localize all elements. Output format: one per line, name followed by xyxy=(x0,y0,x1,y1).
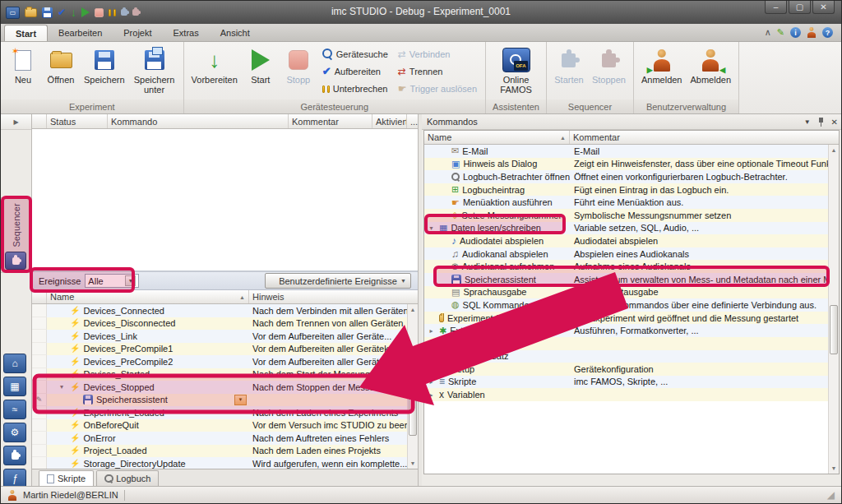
tab-projekt[interactable]: Projekt xyxy=(113,25,162,41)
command-row[interactable]: SpeicherassistentAssisten zum verwalten … xyxy=(424,273,828,286)
events-scrollbar[interactable]: ▲ ▼ xyxy=(407,304,418,469)
start-button[interactable]: Start xyxy=(242,44,280,99)
column-status[interactable]: Status xyxy=(47,114,108,128)
command-row[interactable]: ▸≡Skripteimc FAMOS, Skripte, ... xyxy=(424,376,828,389)
tab-logbuch[interactable]: Logbuch xyxy=(96,470,159,486)
open-button[interactable]: Öffnen xyxy=(42,44,80,99)
column-cmd-name[interactable]: Name▲ xyxy=(424,131,570,144)
interrupt-button[interactable]: Unterbrechen xyxy=(320,81,391,97)
expand-toggle-icon[interactable]: ▾ xyxy=(427,224,436,232)
sequencer-stop-quick-button[interactable] xyxy=(132,9,139,16)
sidebar-tab-sequencer[interactable]: Sequencer xyxy=(1,197,31,273)
column-kommentar[interactable]: Kommentar xyxy=(289,114,372,128)
expand-toggle-icon[interactable]: ▸ xyxy=(427,340,436,347)
event-row[interactable]: ▾⚡Devices_StoppedNach dem Stoppen der Me… xyxy=(32,381,418,394)
commands-scrollbar[interactable]: ▲ ▼ xyxy=(828,145,839,474)
column-cmd-kommentar[interactable]: Kommentar xyxy=(570,131,828,144)
close-button[interactable]: ✕ xyxy=(812,1,835,14)
event-row[interactable]: ⚡Devices_ConnectedNach dem Verbinden mit… xyxy=(32,304,418,317)
pause-quick-button[interactable] xyxy=(109,9,116,16)
command-row[interactable]: Experiment öffnen/Messung ...Ein Experim… xyxy=(424,312,828,325)
new-button[interactable]: Neu xyxy=(4,44,42,99)
command-row[interactable]: ☛Menüaktion ausführenFührt eine Menüakti… xyxy=(424,196,828,209)
event-row[interactable]: ⚡Experiment_LoadedNach dem Laden eines E… xyxy=(32,406,418,419)
event-row[interactable]: ⚡Devices_StartedNach dem Start der Messu… xyxy=(32,368,418,381)
command-row[interactable]: ⊞LogbucheintragFügt einen Eintrag in das… xyxy=(424,183,828,197)
process-button[interactable]: ✔ Aufbereiten xyxy=(320,63,391,79)
command-row[interactable]: ▤SprachausgabeVerbale Textausgabe xyxy=(424,286,828,299)
command-table-body[interactable] xyxy=(32,129,418,270)
tab-start[interactable]: Start xyxy=(4,25,48,41)
command-row[interactable]: ▸xVariablen xyxy=(424,388,828,401)
event-row[interactable]: ⚡Devices_PreCompile2Vor dem Aufbereiten … xyxy=(32,355,418,368)
column-more[interactable]: ... xyxy=(407,114,418,128)
online-famos-button[interactable]: OFA Online FAMOS xyxy=(491,44,542,99)
open-quick-button[interactable] xyxy=(25,8,37,17)
save-as-button[interactable]: Speichern unter xyxy=(129,44,180,99)
command-row[interactable]: Logbuch-Betrachter öffnenÖffnet einen vo… xyxy=(424,170,828,183)
tab-extras[interactable]: Extras xyxy=(163,25,210,41)
command-row[interactable]: ✉E-MailE-Mail xyxy=(424,145,828,158)
dock-collapse-button[interactable]: ▶ xyxy=(1,114,31,130)
panel-menu-icon[interactable]: ▼ xyxy=(804,118,811,126)
prepare-button[interactable]: ↓ Vorbereiten xyxy=(187,44,242,99)
sequencer-start-button[interactable]: Starten xyxy=(550,44,588,99)
prepare-quick-button[interactable]: ↓ xyxy=(71,7,76,18)
custom-events-button[interactable]: Benutzerdefinierte Ereignisse ▼ xyxy=(265,273,411,289)
command-row[interactable]: ▸Parametersatz xyxy=(424,350,828,363)
stop-button[interactable]: Stopp xyxy=(280,44,317,99)
app-quick-button[interactable]: ▭ xyxy=(6,7,20,19)
trigger-button[interactable]: ☛ Trigger auslösen xyxy=(396,81,479,97)
home-icon[interactable]: ⌂ xyxy=(3,354,26,373)
command-row[interactable]: ◉Audiokanal aufnehmenAufnahme eines Audi… xyxy=(424,260,828,273)
events-filter-combo[interactable]: Alle ▼ xyxy=(85,274,139,288)
minimize-button[interactable]: – xyxy=(765,1,787,14)
column-aktiviert[interactable]: Aktiviert xyxy=(372,114,407,128)
tab-ansicht[interactable]: Ansicht xyxy=(210,25,261,41)
event-row[interactable]: ⚡Devices_PreCompile1Vor dem Aufbereiten … xyxy=(32,343,418,356)
maximize-button[interactable]: ▢ xyxy=(789,1,811,14)
resize-grip[interactable]: ◢ xyxy=(827,489,835,501)
event-row[interactable]: ⚡Project_LoadedNach dem Laden eines Proj… xyxy=(32,445,418,458)
tab-skripte[interactable]: Skripte xyxy=(39,470,94,486)
expand-toggle-icon[interactable]: ▾ xyxy=(57,383,67,391)
device-search-button[interactable]: Gerätesuche xyxy=(320,46,391,62)
event-row[interactable]: ⚡OnBeforeQuitVor dem Versuch imc STUDIO … xyxy=(32,419,418,432)
command-row[interactable]: ▣Hinweis als DialogZeigt ein Hinweisfens… xyxy=(424,158,828,171)
disconnect-button[interactable]: ⇄ Trennen xyxy=(396,63,479,79)
column-kommando[interactable]: Kommando xyxy=(108,114,289,128)
login-button[interactable]: ▶ Anmelden xyxy=(637,44,687,99)
stop-quick-button[interactable] xyxy=(95,8,104,17)
event-row[interactable]: ⚡Storage_DirectoryUpdateWird aufgerufen,… xyxy=(32,457,418,469)
command-row[interactable]: ◈Setze MessungsnummerSymbolische Messung… xyxy=(424,209,828,222)
check-quick-button[interactable]: ✔ xyxy=(58,7,66,17)
logout-button[interactable]: ◀ Abmelden xyxy=(687,44,736,99)
save-button[interactable]: Speichern xyxy=(80,44,129,99)
sequencer-start-quick-button[interactable] xyxy=(121,9,127,16)
start-quick-button[interactable] xyxy=(81,7,90,17)
command-dropdown[interactable]: ▼ xyxy=(234,395,247,405)
command-row[interactable]: ♫Audiokanal abspielenAbspielen eines Aud… xyxy=(424,247,828,261)
expand-toggle-icon[interactable]: ▸ xyxy=(427,353,436,360)
command-row[interactable]: ▸▤SetupGerätekonfiguration xyxy=(424,363,828,376)
sequencer-icon[interactable] xyxy=(3,446,26,465)
panel-icon[interactable]: ≈ xyxy=(3,400,26,419)
combo-arrow-icon[interactable]: ▼ xyxy=(125,275,136,286)
command-row[interactable]: ▸✱Externe AufrufeAusführen, Formatkonver… xyxy=(424,324,828,337)
column-hinweis[interactable]: Hinweis xyxy=(249,290,418,303)
event-row[interactable]: ⚡OnErrorNach dem Auftreten eines Fehlers xyxy=(32,432,418,445)
collapse-ribbon-icon[interactable]: ∧ xyxy=(765,27,771,38)
info-icon[interactable]: i xyxy=(790,27,801,38)
panel-close-icon[interactable]: ✕ xyxy=(831,118,838,127)
setup-icon[interactable]: ▦ xyxy=(3,377,26,396)
event-row[interactable]: ✎Speicherassistent▼ xyxy=(32,394,418,407)
connect-button[interactable]: ⇄ Verbinden xyxy=(396,46,479,62)
tab-bearbeiten[interactable]: Bearbeiten xyxy=(48,25,113,41)
expand-toggle-icon[interactable]: ▸ xyxy=(427,391,436,399)
edit-icon[interactable]: ✎ xyxy=(777,27,784,38)
command-row[interactable]: ♪Audiodatei abspielenAudiodatei abspiele… xyxy=(424,234,828,247)
event-row[interactable]: ⚡Devices_LinkVor dem Aufbereiten aller G… xyxy=(32,330,418,343)
command-row[interactable]: ◍SQL KommandoFührt SQL Kommandos über ei… xyxy=(424,298,828,312)
save-quick-button[interactable] xyxy=(42,7,53,18)
command-row[interactable]: ▾▦Daten lesen/schreibenVariable setzen, … xyxy=(424,222,828,235)
